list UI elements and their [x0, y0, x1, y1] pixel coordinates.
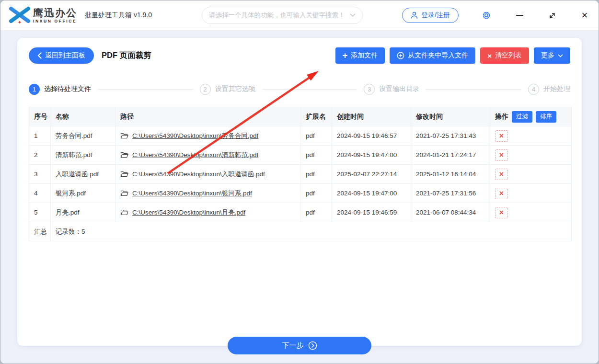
function-search-select[interactable]: 请选择一个具体的功能，也可输入关键字搜索！	[202, 7, 363, 24]
back-to-dashboard-button[interactable]: 返回到主面板	[29, 47, 94, 64]
table-row: 2 清新韩范.pdf C:\Users\54390\Desktop\inxun\…	[29, 146, 572, 165]
cell-name: 入职邀请函.pdf	[51, 165, 115, 184]
cell-ext: pdf	[301, 184, 332, 203]
remove-row-button[interactable]: ×	[495, 207, 508, 218]
step-3-output-dir: 3 设置输出目录	[364, 84, 419, 95]
add-files-label: 添加文件	[351, 51, 378, 60]
cell-ext: pdf	[301, 165, 332, 184]
summary-row: 汇总 记录数：5	[29, 222, 572, 241]
step-connector	[426, 89, 521, 90]
table-row: 1 劳务合同.pdf C:\Users\54390\Desktop\inxun\…	[29, 126, 572, 146]
file-path-link[interactable]: C:\Users\54390\Desktop\inxun\劳务合同.pdf	[132, 132, 258, 140]
table-row: 4 银河系.pdf C:\Users\54390\Desktop\inxun\银…	[29, 184, 572, 203]
col-header-modified: 修改时间	[411, 107, 490, 126]
import-from-folder-button[interactable]: 从文件夹中导入文件	[390, 47, 475, 64]
col-header-index: 序号	[29, 107, 51, 126]
minimize-button[interactable]	[515, 11, 524, 20]
summary-label: 汇总	[29, 222, 51, 241]
close-button[interactable]: ×	[580, 11, 589, 20]
delete-icon: ×	[499, 132, 504, 140]
chevron-left-icon	[37, 52, 42, 59]
clear-list-button[interactable]: × 清空列表	[480, 47, 529, 64]
next-label: 下一步	[282, 341, 304, 350]
logo-x-icon: ✦	[9, 6, 30, 24]
folder-icon	[120, 151, 128, 159]
cell-index: 1	[29, 126, 51, 146]
circled-plus-icon	[397, 52, 404, 59]
cell-modified: 2021-07-25 17:31:56	[411, 184, 490, 203]
cell-modified: 2021-07-25 17:31:43	[411, 126, 490, 146]
file-path-link[interactable]: C:\Users\54390\Desktop\inxun\银河系.pdf	[132, 189, 252, 198]
table-header-row: 序号 名称 路径 扩展名 创建时间 修改时间 操作 过滤 排序	[29, 107, 572, 126]
cell-index: 2	[29, 146, 51, 165]
main-area: 返回到主面板 PDF 页面裁剪 + 添加文件	[0, 30, 599, 364]
search-placeholder: 请选择一个具体的功能，也可输入关键字搜索！	[209, 11, 350, 20]
app-title: 批量处理工具箱 v1.9.0	[85, 11, 152, 20]
brand-subtitle: INXUN OFFICE	[33, 19, 77, 23]
step-connector	[98, 89, 193, 90]
clear-x-icon: ×	[487, 52, 492, 59]
remove-row-button[interactable]: ×	[495, 169, 508, 180]
more-button[interactable]: 更多	[534, 47, 570, 64]
back-label: 返回到主面板	[45, 51, 85, 60]
maximize-restore-button[interactable]	[548, 11, 556, 20]
sort-button[interactable]: 排序	[536, 111, 556, 123]
content-card: 返回到主面板 PDF 页面裁剪 + 添加文件	[17, 38, 582, 346]
cell-name: 银河系.pdf	[51, 184, 115, 203]
circled-chevron-right-icon	[308, 341, 317, 350]
cell-modified: 2025-01-12 16:14:04	[411, 165, 490, 184]
app-window: ✦ 鹰迅办公 INXUN OFFICE 批量处理工具箱 v1.9.0 请选择一个…	[0, 0, 599, 364]
cell-modified: 2024-01-21 17:24:17	[411, 146, 490, 165]
cell-name: 劳务合同.pdf	[51, 126, 115, 146]
col-header-actions: 操作 过滤 排序	[490, 107, 572, 126]
cell-created: 2024-09-15 19:46:57	[332, 126, 411, 146]
file-table: 序号 名称 路径 扩展名 创建时间 修改时间 操作 过滤 排序	[29, 107, 572, 241]
file-path-link[interactable]: C:\Users\54390\Desktop\inxun\清新韩范.pdf	[132, 151, 258, 159]
login-register-button[interactable]: 登录/注册	[402, 8, 459, 23]
step-2-options: 2 设置其它选项	[200, 84, 255, 95]
folder-icon	[120, 132, 128, 139]
step-2-label: 设置其它选项	[215, 85, 255, 93]
col-header-path: 路径	[115, 107, 301, 126]
folder-icon	[120, 190, 128, 197]
actions-label: 操作	[495, 113, 508, 121]
cell-index: 5	[29, 203, 51, 222]
col-header-ext: 扩展名	[301, 107, 332, 126]
settings-gear-icon[interactable]	[482, 11, 491, 20]
cell-created: 2024-09-15 19:46:59	[332, 203, 411, 222]
folder-icon	[120, 171, 128, 178]
step-4-circle: 4	[528, 84, 539, 95]
close-icon: ×	[582, 11, 588, 20]
remove-row-button[interactable]: ×	[495, 188, 508, 199]
filter-button[interactable]: 过滤	[512, 111, 532, 123]
summary-value: 记录数：5	[51, 222, 572, 241]
toolbar: 返回到主面板 PDF 页面裁剪 + 添加文件	[29, 47, 570, 64]
table-row: 5 月亮.pdf C:\Users\54390\Desktop\inxun\月亮…	[29, 203, 572, 222]
cell-ext: pdf	[301, 203, 332, 222]
delete-icon: ×	[499, 171, 504, 178]
cell-created: 2025-02-07 22:27:14	[332, 165, 411, 184]
step-indicator: 1 选择待处理文件 2 设置其它选项 3 设置输出目录 4	[29, 83, 570, 95]
plus-icon: +	[343, 51, 348, 60]
minimize-icon	[516, 15, 523, 16]
user-icon	[411, 11, 418, 19]
cell-index: 4	[29, 184, 51, 203]
file-path-link[interactable]: C:\Users\54390\Desktop\inxun\月亮.pdf	[132, 208, 245, 217]
page-title: PDF 页面裁剪	[102, 50, 151, 61]
delete-icon: ×	[499, 190, 504, 197]
cell-modified: 2021-06-07 08:44:34	[411, 203, 490, 222]
clear-list-label: 清空列表	[495, 51, 522, 60]
chevron-down-icon	[350, 13, 356, 17]
remove-row-button[interactable]: ×	[495, 130, 508, 142]
add-files-button[interactable]: + 添加文件	[335, 47, 385, 64]
step-4-label: 开始处理	[543, 85, 570, 93]
step-4-start: 4 开始处理	[528, 84, 570, 95]
file-path-link[interactable]: C:\Users\54390\Desktop\inxun\入职邀请函.pdf	[132, 170, 265, 179]
brand-name: 鹰迅办公	[33, 8, 77, 18]
cell-created: 2024-09-15 19:47:00	[332, 146, 411, 165]
login-label: 登录/注册	[421, 11, 450, 20]
step-3-label: 设置输出目录	[379, 85, 419, 93]
remove-row-button[interactable]: ×	[495, 149, 508, 161]
cell-index: 3	[29, 165, 51, 184]
next-step-button[interactable]: 下一步	[228, 337, 371, 354]
